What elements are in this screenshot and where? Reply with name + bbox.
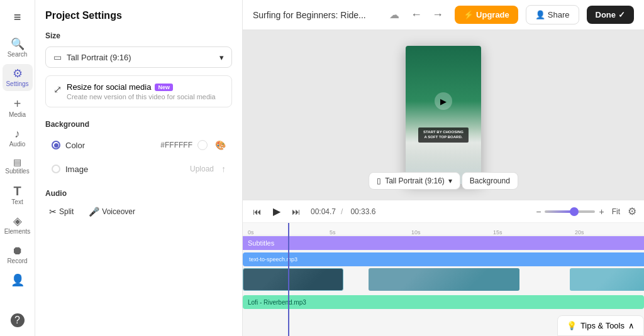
bg-color-option[interactable]: Color #FFFFFF 🎨 — [45, 135, 232, 155]
skip-forward-button[interactable]: ⏭ — [289, 205, 303, 218]
chevron-down-icon: ▾ — [448, 176, 452, 185]
audio-track-clip[interactable]: Lofi - Riverbend.mp3 — [243, 295, 644, 309]
play-pause-button[interactable]: ▶ — [269, 204, 284, 219]
lightbulb-icon: 💡 — [567, 321, 577, 330]
canvas-area[interactable]: ▶ START BY CHOOSING A SOFT TOP BOARD. ▯ … — [243, 30, 644, 200]
background-button[interactable]: Background — [462, 172, 518, 190]
canvas-bottom-bar: ▯ Tall Portrait (9:16) ▾ Background — [369, 172, 518, 190]
video-clip-2[interactable] — [369, 268, 519, 291]
sidebar-label-subtitles: Subtitles — [5, 168, 29, 175]
sidebar-item-face[interactable]: 👤 — [3, 271, 33, 290]
color-value: #FFFFFF — [160, 141, 192, 149]
sidebar-item-audio[interactable]: ♪ Audio — [3, 124, 33, 151]
resize-card[interactable]: ⤢ Resize for social media New Create new… — [45, 75, 232, 107]
done-button[interactable]: Done ✓ — [587, 6, 635, 24]
sidebar-item-subtitles[interactable]: ▤ Subtitles — [3, 154, 33, 178]
tts-clip[interactable]: text-to-speech.mp3 — [243, 252, 644, 266]
skip-back-button[interactable]: ⏮ — [250, 205, 264, 218]
media-icon: + — [14, 97, 21, 110]
ruler-5s: 5s — [330, 229, 336, 236]
resize-title: Resize for social media New — [67, 82, 224, 92]
size-value: Tall Portrait (9:16) — [67, 53, 131, 62]
fit-button[interactable]: Fit — [608, 206, 624, 217]
subtitles-icon: ▤ — [13, 158, 21, 166]
face-icon: 👤 — [11, 274, 25, 286]
redo-button[interactable]: → — [428, 6, 447, 24]
tips-label: Tips & Tools — [580, 321, 625, 330]
sidebar-item-search[interactable]: 🔍 Search — [3, 35, 33, 62]
timeline-settings-icon[interactable]: ⚙ — [628, 205, 636, 217]
audio-section: Audio ✂ Split 🎤 Voiceover — [45, 189, 232, 219]
split-button[interactable]: ✂ Split — [45, 204, 77, 219]
upgrade-icon: ⚡ — [464, 10, 474, 19]
image-radio[interactable] — [52, 165, 60, 173]
chevron-up-icon: ∧ — [628, 321, 635, 330]
zoom-out-icon[interactable]: − — [536, 207, 541, 217]
color-label: Color — [65, 141, 155, 150]
portrait-format-icon: ▯ — [377, 176, 381, 185]
bg-image-option[interactable]: Image Upload ↑ — [45, 159, 232, 179]
sidebar-item-text[interactable]: T Text — [3, 181, 33, 209]
resize-icon: ⤢ — [53, 84, 62, 95]
video-thumb-1 — [243, 269, 343, 290]
zoom-slider[interactable] — [545, 210, 595, 213]
sidebar: ≡ 🔍 Search ⚙ Settings + Media ♪ Audio ▤ … — [0, 0, 35, 336]
tts-track-row: text-to-speech.mp3 — [243, 252, 644, 267]
audio-section-title: Audio — [45, 189, 232, 198]
video-clip-3[interactable] — [570, 268, 644, 291]
top-bar: Surfing for Beginners: Ride... ☁ ← → ⚡ U… — [243, 0, 644, 30]
sidebar-item-media[interactable]: + Media — [3, 94, 33, 122]
menu-icon[interactable]: ≡ — [9, 5, 26, 30]
subtitles-track-row: Subtitles — [243, 236, 644, 251]
cloud-icon: ☁ — [389, 9, 399, 21]
upload-icon[interactable]: ↑ — [221, 164, 226, 174]
upgrade-button[interactable]: ⚡ Upgrade — [455, 6, 518, 24]
text-icon: T — [13, 185, 21, 197]
color-picker-icon[interactable]: 🎨 — [215, 140, 226, 150]
music-track-row: Lofi - Riverbend.mp3 — [243, 295, 644, 310]
sidebar-label-settings: Settings — [6, 80, 28, 87]
sidebar-label-media: Media — [9, 111, 26, 118]
size-section-title: Size — [45, 31, 232, 40]
current-time: 00:04.7 — [311, 207, 336, 216]
ruler-15s: 15s — [493, 229, 502, 236]
portrait-icon: ▭ — [53, 52, 62, 62]
tips-tools[interactable]: 💡 Tips & Tools ∧ — [557, 315, 644, 336]
audio-controls: ✂ Split 🎤 Voiceover — [45, 204, 232, 219]
sidebar-item-settings[interactable]: ⚙ Settings — [3, 64, 33, 91]
video-clips-row — [243, 268, 644, 293]
record-icon: ⏺ — [12, 245, 23, 256]
sidebar-item-record[interactable]: ⏺ Record — [3, 241, 33, 268]
sidebar-label-search: Search — [8, 51, 28, 58]
time-separator: / — [341, 207, 343, 216]
voiceover-button[interactable]: 🎤 Voiceover — [85, 204, 139, 219]
sidebar-item-elements[interactable]: ◈ Elements — [3, 212, 33, 239]
portrait-format-button[interactable]: ▯ Tall Portrait (9:16) ▾ — [369, 172, 460, 190]
resize-desc: Create new version of this video for soc… — [67, 93, 224, 100]
sidebar-item-help[interactable]: ? — [3, 310, 33, 331]
split-icon: ✂ — [49, 207, 57, 217]
play-button[interactable]: ▶ — [435, 92, 452, 110]
search-icon: 🔍 — [11, 38, 25, 50]
total-time: 00:33.6 — [350, 207, 375, 216]
share-button[interactable]: 👤 Share — [526, 5, 579, 24]
size-dropdown[interactable]: ▭ Tall Portrait (9:16) ▾ — [45, 46, 232, 68]
video-clip-1[interactable] — [243, 268, 343, 291]
sidebar-label-elements: Elements — [4, 228, 31, 235]
undo-button[interactable]: ← — [407, 6, 426, 24]
settings-panel: Project Settings Size ▭ Tall Portrait (9… — [35, 0, 243, 336]
help-icon: ? — [11, 313, 25, 327]
color-radio[interactable] — [52, 141, 60, 149]
video-thumb-2 — [369, 268, 519, 291]
share-icon: 👤 — [535, 10, 545, 19]
timeline-ruler: 0s 5s 10s 15s 20s 25s 30s — [243, 223, 644, 236]
subtitles-clip[interactable]: Subtitles — [243, 236, 644, 250]
zoom-controls: − + Fit ⚙ — [536, 205, 636, 217]
timeline-controls: ⏮ ▶ ⏭ 00:04.7 / 00:33.6 − + Fit ⚙ — [243, 200, 644, 223]
sidebar-label-record: Record — [7, 257, 27, 264]
video-thumb-3 — [570, 268, 644, 291]
zoom-in-icon[interactable]: + — [599, 207, 604, 217]
video-preview[interactable]: ▶ START BY CHOOSING A SOFT TOP BOARD. — [406, 46, 481, 184]
video-text-overlay: START BY CHOOSING A SOFT TOP BOARD. — [418, 127, 469, 143]
color-swatch[interactable] — [197, 140, 208, 150]
